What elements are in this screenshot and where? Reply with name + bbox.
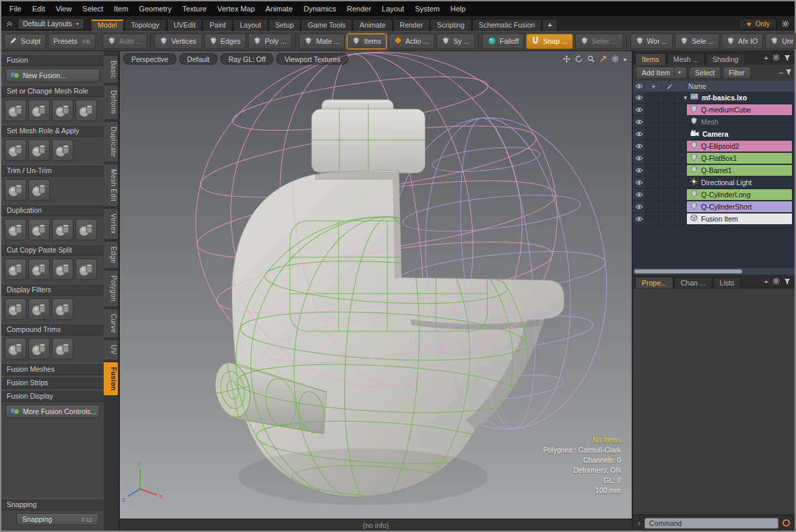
set-or-change-mesh-role-tool-2[interactable] (28, 100, 50, 121)
presets-button[interactable]: Presets F6 (48, 34, 96, 49)
compound-trims-tool-1[interactable] (5, 338, 26, 360)
duplication-tool-3[interactable] (52, 219, 73, 240)
viewport-button-viewport-textures[interactable]: Viewport Textures (276, 53, 348, 65)
duplication-tool-1[interactable] (5, 219, 26, 240)
set-mesh-role-apply-tool-3[interactable] (52, 139, 73, 161)
lower-tab-lists[interactable]: Lists (713, 277, 741, 288)
toolbar-button-vertices[interactable]: Vertices (154, 34, 201, 49)
command-input[interactable] (644, 518, 778, 529)
layout-tab-model[interactable]: Model (91, 19, 124, 31)
layout-tab-game-tools[interactable]: Game Tools (301, 19, 352, 31)
layout-tab-schematic-fusion[interactable]: Schematic Fusion (472, 19, 541, 31)
only-button[interactable]: ★ Only (739, 18, 776, 30)
trim-un-trim-tool-1[interactable] (5, 179, 26, 201)
lower-filter-icon[interactable] (784, 278, 791, 286)
tool-tab-curve[interactable]: Curve (104, 308, 119, 339)
menu-file[interactable]: File (4, 1, 27, 16)
menu-select[interactable]: Select (77, 1, 108, 16)
display-filters-tool-2[interactable] (28, 298, 50, 320)
toolbar-button-wor[interactable]: Wor ... (630, 34, 673, 49)
viewport-gear-icon[interactable] (611, 55, 619, 63)
viewport-button-perspective[interactable]: Perspective (123, 53, 176, 65)
panel-filter-icon[interactable] (784, 55, 791, 63)
visibility-eye-icon[interactable] (633, 104, 645, 115)
tool-tab-polygon[interactable]: Polygon (104, 270, 119, 307)
cut-copy-paste-split-tool-1[interactable] (5, 259, 26, 280)
visibility-eye-icon[interactable] (633, 164, 645, 176)
toolbar-button-auto[interactable]: Auto ... (102, 34, 147, 49)
layout-tab-setup[interactable]: Setup (269, 19, 300, 31)
item-row-q-flatbox1[interactable]: Q-FlatBox1 (633, 152, 795, 164)
visibility-eye-icon[interactable] (633, 128, 645, 139)
item-row-mesh[interactable]: Mesh (633, 116, 795, 128)
add-lower-tab-button[interactable]: + (764, 278, 768, 286)
layout-tab-layout[interactable]: Layout (233, 19, 268, 31)
menu-system[interactable]: System (409, 1, 445, 16)
tool-tab-edge[interactable]: Edge (104, 241, 119, 269)
command-history-chevron[interactable]: › (638, 519, 640, 528)
viewport-button-default[interactable]: Default (179, 53, 218, 65)
set-or-change-mesh-role-tool-4[interactable] (75, 100, 97, 121)
snapping-button[interactable]: SnappingF11 (16, 513, 98, 525)
duplication-tool-4[interactable] (75, 219, 97, 240)
trim-un-trim-tool-2[interactable] (28, 179, 50, 201)
compound-trims-tool-3[interactable] (52, 338, 73, 360)
add-item-button[interactable]: Add Item ▾ (636, 67, 687, 79)
set-or-change-mesh-role-tool-1[interactable] (5, 100, 26, 121)
viewport-button-ray-gl-off[interactable]: Ray GL: Off (220, 53, 273, 65)
item-row-fusion-item[interactable]: Fusion Item (633, 213, 795, 225)
tool-tab-basic[interactable]: Basic (104, 55, 119, 84)
pan-icon[interactable] (563, 55, 570, 63)
menu-render[interactable]: Render (341, 1, 376, 16)
menu-dynamics[interactable]: Dynamics (298, 1, 341, 16)
layout-gear-icon[interactable] (782, 20, 789, 29)
viewport-more-icon[interactable]: ▸ (624, 56, 627, 63)
item-row-q-mediumcube[interactable]: Q-mediumCube (633, 104, 795, 116)
zoom-icon[interactable] (587, 55, 595, 63)
3d-viewport[interactable]: y x z PerspectiveDefaultRay GL: OffViewp… (120, 51, 632, 519)
cut-copy-paste-split-tool-2[interactable] (28, 259, 50, 280)
layout-preset-dropdown[interactable]: Default Layouts ▾ (18, 18, 84, 30)
tool-tab-fusion[interactable]: Fusion (104, 362, 119, 396)
item-row-camera[interactable]: Camera (633, 128, 795, 140)
menu-item[interactable]: Item (108, 1, 133, 16)
toolbar-button-afx-io[interactable]: Afx IO (721, 34, 763, 49)
sidebar-button-new-fusion[interactable]: New Fusion... (5, 69, 100, 82)
menu-geometry[interactable]: Geometry (133, 1, 176, 16)
visibility-eye-icon[interactable] (633, 152, 645, 164)
visibility-eye-icon[interactable] (633, 140, 645, 152)
toolbar-button-selec[interactable]: Selec ... (575, 34, 623, 49)
toolbar-button-unr[interactable]: Unr ... (765, 34, 796, 49)
item-row-mf-basics-lxo[interactable]: ▾mf-basics.lxo (633, 92, 795, 104)
toolbar-button-sy[interactable]: Sy ... (436, 34, 475, 49)
menu-layout[interactable]: Layout (376, 1, 409, 16)
layouts-menu-icon[interactable] (4, 18, 15, 30)
item-row-q-cylindershort[interactable]: Q-CylinderShort (633, 201, 795, 213)
visibility-eye-icon[interactable] (633, 189, 645, 200)
toolbar-button-sele[interactable]: Sele ... (675, 34, 719, 49)
collapse-button[interactable]: − (779, 69, 783, 77)
layout-tab-render[interactable]: Render (393, 19, 430, 31)
tool-tab-duplicate[interactable]: Duplicate (104, 121, 119, 162)
visibility-eye-icon[interactable] (633, 213, 645, 224)
item-row-q-barrel1[interactable]: Q-Barrel1 (633, 164, 795, 176)
layout-tab-uvedit[interactable]: UVEdit (167, 19, 203, 31)
visibility-eye-icon[interactable] (633, 176, 645, 188)
item-row-q-ellipsoid2[interactable]: Q-Ellipsoid2 (633, 140, 795, 152)
tool-tab-vertex[interactable]: Vertex (104, 208, 119, 240)
cut-copy-paste-split-tool-3[interactable] (52, 259, 73, 280)
record-macro-button[interactable] (783, 519, 790, 527)
set-mesh-role-apply-tool-1[interactable] (5, 139, 26, 161)
visibility-eye-icon[interactable] (633, 201, 645, 212)
set-or-change-mesh-role-tool-3[interactable] (52, 100, 73, 121)
panel-tab-mesh[interactable]: Mesh ... (667, 53, 705, 65)
toolbar-button-falloff[interactable]: Falloff (482, 34, 524, 49)
panel-tab-shading[interactable]: Shading (706, 53, 745, 65)
item-list-hscrollbar[interactable] (633, 268, 795, 275)
toolbar-button-edges[interactable]: Edges (204, 34, 246, 49)
menu-help[interactable]: Help (445, 1, 471, 16)
item-row-q-cylinderlong[interactable]: Q-CylinderLong (633, 189, 795, 201)
orbit-icon[interactable] (575, 55, 583, 63)
layout-tab-paint[interactable]: Paint (203, 19, 232, 31)
panel-gear-icon[interactable] (772, 54, 780, 63)
